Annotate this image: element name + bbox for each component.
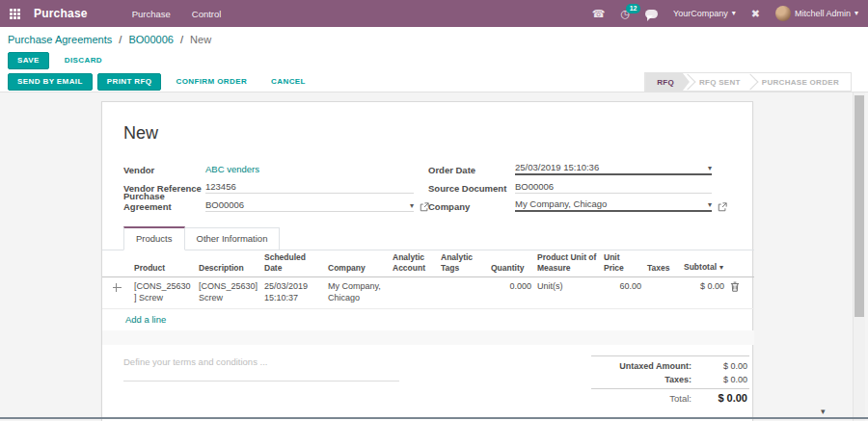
close-icon[interactable]: ✖ [751,9,760,19]
col-scheduled-date[interactable]: Scheduled Date [261,250,325,277]
print-rfq-button[interactable]: PRINT RFQ [97,73,162,91]
action-buttons-row: SEND BY EMAIL PRINT RFQ CONFIRM ORDER CA… [8,73,315,91]
app-name: Purchase [34,7,88,20]
delete-row-icon[interactable] [730,281,740,292]
confirm-order-button[interactable]: CONFIRM ORDER [166,73,257,91]
vendor-value[interactable]: ABC venders [205,164,414,175]
order-date-label: Order Date [428,165,515,175]
add-a-line-link[interactable]: Add a line [125,314,166,325]
vertical-scrollbar[interactable] [853,92,865,421]
messages-icon[interactable] [645,10,658,18]
cell-delete [727,277,754,308]
empty-stripe-row [102,330,754,345]
field-source-document: Source Document BO00006 [428,180,746,194]
control-panel: Purchase Agreements / BO00006 / New SAVE… [0,27,868,92]
apps-menu-icon[interactable] [10,9,20,19]
activities-menu[interactable]: ◷ 12 [620,9,630,19]
breadcrumb-separator: / [180,34,183,45]
cell-description[interactable]: [CONS_25630] Screw [196,277,261,308]
save-button[interactable]: SAVE [8,52,49,69]
col-unit-price[interactable]: Unit Price [601,250,644,277]
vendor-label: Vendor [123,165,205,175]
tab-products[interactable]: Products [123,226,185,250]
menu-control[interactable]: Control [192,9,222,19]
scroll-down-caret-icon[interactable]: ▾ [821,407,826,416]
purchase-agreement-input[interactable]: BO00006 ▾ [205,199,414,212]
breadcrumb-separator: / [119,34,122,45]
top-navbar: Purchase Purchase Control ☎ ◷ 12 YourCom… [0,0,868,27]
field-company: Company My Company, Chicago ▾ [428,198,746,212]
col-uom[interactable]: Product Unit of Measure [534,250,601,277]
col-quantity[interactable]: Quantity [488,250,534,277]
company-input[interactable]: My Company, Chicago ▾ [515,198,712,212]
col-analytic-tags[interactable]: Analytic Tags [438,250,488,277]
bottom-edge-divider [0,417,868,419]
field-vendor: Vendor ABC venders [123,162,432,175]
navbar-right: ☎ ◷ 12 YourCompany ▾ ✖ Mitchell Admin ▾ [592,6,858,21]
chevron-down-icon: ▾ [854,10,858,17]
phone-icon[interactable]: ☎ [592,9,606,19]
send-by-email-button[interactable]: SEND BY EMAIL [8,73,93,91]
taxes-row: Taxes: $ 0.00 [591,373,749,386]
cell-company[interactable]: My Company, Chicago [325,277,390,308]
total-label: Total: [669,393,692,404]
order-date-input[interactable]: 25/03/2019 15:10:36 ▾ [515,162,712,175]
status-step-rfq[interactable]: RFQ [645,73,690,91]
external-link-icon[interactable] [718,202,727,212]
status-bar: RFQ RFQ SENT PURCHASE ORDER [644,72,852,92]
field-purchase-agreement: Purchase Agreement BO00006 ▾ [123,198,432,212]
dropdown-caret-icon[interactable]: ▾ [708,165,712,172]
cancel-button[interactable]: CANCEL [261,73,315,91]
source-document-input[interactable]: BO00006 [515,181,712,194]
field-group-right: Order Date 25/03/2019 15:10:36 ▾ Source … [428,162,746,217]
dropdown-caret-icon[interactable]: ▾ [410,202,414,210]
status-step-purchase-order[interactable]: PURCHASE ORDER [750,73,851,91]
table-header-row: Product Description Scheduled Date Compa… [102,250,754,277]
untaxed-amount-row: Untaxed Amount: $ 0.00 [591,359,749,373]
totals-box: Untaxed Amount: $ 0.00 Taxes: $ 0.00 Tot… [591,355,749,406]
breadcrumb: Purchase Agreements / BO00006 / New [8,34,211,45]
source-document-label: Source Document [428,183,515,194]
field-order-date: Order Date 25/03/2019 15:10:36 ▾ [428,162,746,175]
col-description[interactable]: Description [196,250,261,277]
breadcrumb-current: New [190,34,211,45]
edit-actions-row: SAVE DISCARD [8,52,112,69]
order-line-row[interactable]: [CONS_25630] Screw [CONS_25630] Screw 25… [102,277,754,308]
taxes-label: Taxes: [665,375,692,384]
dropdown-caret-icon[interactable]: ▾ [708,201,712,209]
activities-count-badge: 12 [626,4,640,13]
untaxed-amount-value: $ 0.00 [692,361,747,371]
cell-analytic-tags[interactable] [438,277,488,308]
notebook-tabs: Products Other Information [102,227,754,250]
cell-taxes[interactable] [644,277,681,308]
untaxed-amount-label: Untaxed Amount: [619,361,692,371]
field-group-left: Vendor ABC venders Vendor Reference 1234… [123,162,432,217]
cell-analytic-account[interactable] [390,277,438,308]
company-switcher[interactable]: YourCompany ▾ [673,9,736,18]
col-taxes[interactable]: Taxes [644,250,681,277]
vendor-reference-input[interactable]: 123456 [205,181,414,194]
taxes-value: $ 0.00 [692,375,747,384]
optional-columns-caret-icon[interactable]: ▾ [719,263,723,272]
breadcrumb-bo00006[interactable]: BO00006 [128,34,173,45]
col-company[interactable]: Company [325,250,390,277]
cell-quantity[interactable]: 0.000 [488,277,534,308]
discard-button[interactable]: DISCARD [55,52,112,69]
tab-other-information[interactable]: Other Information [185,227,281,250]
col-analytic-account[interactable]: Analytic Account [390,250,438,277]
cell-unit-price[interactable]: 60.00 [601,277,644,308]
col-product[interactable]: Product [131,250,196,277]
terms-and-conditions-input[interactable]: Define your terms and conditions ... [123,353,399,382]
menu-purchase[interactable]: Purchase [132,9,171,19]
cell-scheduled-date[interactable]: 25/03/2019 15:10:37 [261,277,325,308]
breadcrumb-purchase-agreements[interactable]: Purchase Agreements [8,34,112,45]
drag-handle-icon[interactable] [113,283,122,292]
form-view: New Vendor ABC venders Vendor Reference … [0,92,868,421]
col-subtotal[interactable]: Subtotal▾ [681,250,727,277]
user-menu[interactable]: Mitchell Admin ▾ [775,6,858,21]
record-title: New [123,123,158,144]
chevron-down-icon: ▾ [732,10,736,17]
scrollbar-thumb[interactable] [854,95,864,317]
cell-product[interactable]: [CONS_25630] Screw [131,277,196,308]
cell-uom[interactable]: Unit(s) [534,277,601,308]
